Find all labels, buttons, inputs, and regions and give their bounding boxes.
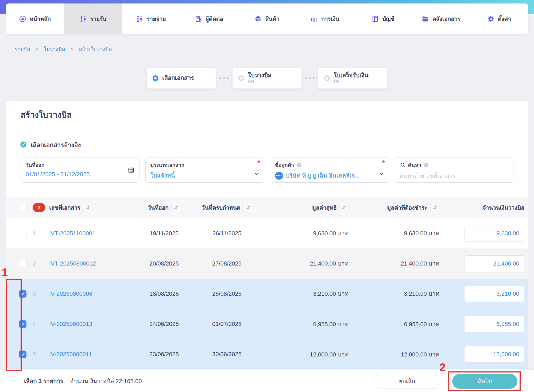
row-number: 3 — [33, 290, 49, 297]
breadcrumb-separator: > — [70, 46, 73, 52]
nav-tab-label: รายจ่าย — [147, 14, 166, 23]
customer-filter[interactable]: * ชื่อลูกค้า ? PEAK บริษัท พี ยู ยู เอ็น… — [270, 157, 389, 183]
due-date: 26/11/2025 — [194, 230, 260, 237]
step-receipt[interactable]: ใบเสร็จรับเงิน RE — [318, 68, 387, 89]
nav-tab-documents[interactable]: คลังเอกสาร — [412, 3, 470, 34]
divider — [21, 129, 513, 129]
document-link[interactable]: IV-20250800006 — [49, 290, 135, 297]
billing-amount-input[interactable] — [464, 346, 524, 363]
net-amount: 3,210.00 บาท — [260, 289, 349, 298]
sort-doc-no-button[interactable] — [83, 203, 92, 212]
nav-tab-contacts[interactable]: ผู้ติดต่อ — [180, 3, 238, 34]
nav-tab-products[interactable]: สินค้า — [238, 3, 296, 34]
issue-date: 19/11/2025 — [135, 230, 194, 237]
document-link[interactable]: IVT-20251100001 — [49, 230, 135, 237]
footer-action-bar: เลือก 3 รายการ จำนวนเงินวางบิล 22,165.00… — [0, 370, 534, 392]
document-link[interactable]: IV-20250600011 — [49, 351, 135, 358]
payable-amount: 6,955.00 บาท — [349, 320, 439, 329]
row-number: 4 — [33, 321, 49, 328]
nav-tab-label: สินค้า — [265, 14, 279, 23]
billing-amount-input[interactable] — [464, 225, 524, 242]
help-icon[interactable]: ? — [423, 162, 429, 168]
col-net: มูลค่าสุทธิ — [312, 203, 337, 212]
document-link[interactable]: IVT-20250800012 — [49, 260, 135, 267]
sort-net-button[interactable] — [339, 203, 349, 212]
nav-tab-settings[interactable]: ตั้งค่า — [470, 3, 528, 34]
section-title: เลือกเอกสารอ้างอิง — [31, 140, 81, 150]
document-link[interactable]: IV-20250600013 — [49, 321, 135, 328]
net-amount: 12,000.00 บาท — [260, 350, 349, 359]
accounting-book-icon — [372, 15, 379, 22]
issue-date: 23/06/2025 — [135, 351, 194, 358]
selected-count-text: เลือก 3 รายการ — [24, 376, 63, 386]
sort-payable-button[interactable] — [430, 203, 439, 212]
billing-amount-input[interactable] — [464, 286, 524, 302]
row-checkbox[interactable] — [19, 260, 26, 267]
search-icon — [400, 162, 406, 168]
billing-amount-input[interactable] — [464, 255, 524, 272]
svg-text:?: ? — [425, 163, 427, 167]
doc-type-filter[interactable]: * ประเภทเอกสาร ใบแจ้งหนี้ — [145, 157, 264, 183]
row-checkbox-checked[interactable] — [19, 320, 26, 328]
sort-issue-date-button[interactable] — [171, 203, 180, 212]
step-dots — [305, 77, 315, 79]
radio-inactive-icon — [324, 75, 330, 81]
sort-due-date-button[interactable] — [243, 203, 252, 212]
payable-amount: 3,210.00 บาท — [349, 289, 439, 298]
step-billing-note[interactable]: ใบวางบิล BN — [233, 68, 301, 89]
breadcrumb-income[interactable]: รายรับ — [15, 45, 30, 53]
breadcrumb-billing-note[interactable]: ใบวางบิล — [44, 45, 65, 53]
doc-type-value: ใบแจ้งหนี้ — [150, 171, 259, 180]
search-label: ค้นหา — [408, 161, 421, 169]
doc-type-label: ประเภทเอกสาร — [150, 161, 259, 169]
nav-tab-label: การเงิน — [321, 14, 339, 23]
due-date: 27/08/2025 — [194, 260, 260, 267]
issue-date-label: วันที่ออก — [26, 161, 134, 169]
payable-amount: 12,000.00 บาท — [349, 350, 439, 359]
nav-tab-accounting[interactable]: บัญชี — [354, 3, 412, 34]
col-doc-no: เลขที่เอกสาร — [49, 203, 80, 212]
issue-date-filter[interactable]: วันที่ออก 01/01/2025 - 31/12/2025 — [21, 157, 140, 183]
nav-tab-income[interactable]: รายรับ — [64, 3, 122, 34]
select-all-checkbox[interactable] — [19, 204, 26, 211]
help-icon[interactable]: ? — [296, 162, 302, 168]
row-checkbox[interactable] — [19, 230, 26, 237]
step-select-document[interactable]: เลือกเอกสาร — [147, 68, 216, 89]
search-input[interactable]: ค้นหาด้วยเลขที่เอกสาร — [400, 171, 509, 180]
row-number: 5 — [33, 351, 49, 358]
row-checkbox-checked[interactable] — [19, 290, 26, 298]
breadcrumb-separator: > — [35, 46, 38, 52]
chevron-down-icon[interactable] — [378, 171, 385, 177]
customer-avatar: PEAK — [275, 172, 283, 180]
main-content-card: สร้างใบวางบิล เลือกเอกสารอ้างอิง วันที่อ… — [6, 101, 528, 392]
table-row: 1 IVT-20251100001 19/11/2025 26/11/2025 … — [6, 218, 528, 248]
nav-tab-home[interactable]: หน้าหลัก — [6, 3, 64, 34]
due-date: 01/07/2025 — [194, 321, 260, 328]
calendar-icon[interactable] — [128, 167, 134, 173]
cancel-button[interactable]: ยกเลิก — [374, 374, 440, 389]
step-subtitle: RE — [334, 79, 368, 84]
row-checkbox-checked[interactable] — [19, 351, 26, 358]
table-row-selected: 4 IV-20250600013 24/06/2025 01/07/2025 6… — [6, 309, 528, 339]
payable-amount: 21,400.00 บาท — [349, 259, 439, 268]
chevron-down-icon[interactable] — [253, 171, 260, 177]
nav-tab-label: หน้าหลัก — [30, 14, 51, 23]
radio-inactive-icon — [238, 75, 244, 81]
due-date: 30/06/2025 — [194, 351, 260, 358]
income-icon — [80, 15, 87, 22]
breadcrumb-current: สร้างใบวางบิล — [79, 45, 112, 53]
nav-tab-label: รายรับ — [90, 14, 106, 23]
billing-total-text: จำนวนเงินวางบิล 22,165.00 — [70, 376, 142, 386]
nav-tab-expense[interactable]: รายจ่าย — [122, 3, 180, 34]
search-filter[interactable]: ค้นหา ? ค้นหาด้วยเลขที่เอกสาร — [395, 157, 514, 183]
contacts-icon — [195, 15, 202, 22]
nav-tab-finance[interactable]: การเงิน — [296, 3, 354, 34]
billing-amount-input[interactable] — [464, 316, 524, 332]
required-asterisk: * — [257, 159, 260, 167]
next-button[interactable]: ถัดไป — [452, 374, 517, 389]
issue-date: 18/08/2025 — [135, 290, 194, 297]
customer-value: บริษัท พี ยู ยู เอ็น อินเทลลิเจ... — [286, 171, 360, 180]
issue-date: 20/08/2025 — [135, 260, 194, 267]
main-navigation: หน้าหลัก รายรับ รายจ่าย ผู้ติดต่อ สินค้า… — [6, 3, 528, 34]
nav-tab-label: ผู้ติดต่อ — [206, 14, 223, 23]
